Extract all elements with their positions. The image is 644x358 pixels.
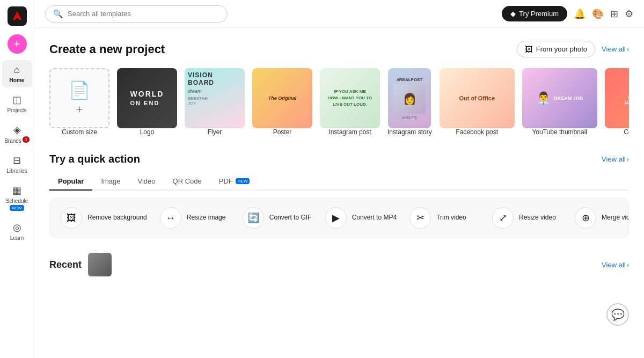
qa-trim-video-label: Trim video <box>436 214 466 222</box>
main-area: 🔍 ◆ Try Premium 🔔 🎨 ⊞ ⚙ Create a new pro… <box>34 0 644 358</box>
chat-bubble-button[interactable]: 💬 <box>606 303 629 326</box>
tab-popular[interactable]: Popular <box>49 173 92 191</box>
sidebar-item-projects-label: Projects <box>7 107 26 113</box>
tab-pdf[interactable]: PDF NEW <box>210 173 259 191</box>
quick-action-header: Try a quick action View all › <box>49 153 629 165</box>
search-input[interactable] <box>68 10 219 18</box>
sidebar-item-brands[interactable]: ◈ Brands0 <box>2 120 32 148</box>
qa-convert-mp4[interactable]: ▶ Convert to MP4 <box>325 207 397 229</box>
from-photo-button[interactable]: 🖼 From your photo <box>517 41 595 57</box>
qa-merge-videos-label: Merge videos <box>602 214 629 222</box>
topbar: 🔍 ◆ Try Premium 🔔 🎨 ⊞ ⚙ <box>34 0 644 28</box>
pdf-new-badge: NEW <box>236 178 250 184</box>
template-label-facebook-post: Facebook post <box>456 128 498 136</box>
premium-icon: ◆ <box>510 10 516 18</box>
sidebar-item-projects[interactable]: ◫ Projects <box>2 90 32 118</box>
search-icon: 🔍 <box>53 9 63 19</box>
template-card-facebook-post[interactable]: Out of Office Facebook post <box>440 68 515 136</box>
template-card-youtube[interactable]: 👨‍💼 DREAM JOB YouTube thumbnail <box>522 68 597 136</box>
tab-qr-code[interactable]: QR Code <box>164 173 210 191</box>
qa-convert-gif-label: Convert to GIF <box>269 214 312 222</box>
instagram-post-thumbnail: IF YOU ASK MEHOW I WANT YOU TOLIVE OUT L… <box>320 68 380 128</box>
notifications-icon[interactable]: 🔔 <box>574 8 586 20</box>
template-card-custom-size[interactable]: 📄 + Custom size <box>49 68 109 136</box>
photo-icon: 🖼 <box>525 45 533 54</box>
convert-gif-icon: 🔄 <box>243 207 264 229</box>
settings-icon[interactable]: ⚙ <box>625 8 633 20</box>
template-card-collage[interactable]: LIGHTACADEMIA › Collage <box>605 68 629 136</box>
qa-remove-bg-label: Remove background <box>87 214 147 222</box>
qa-resize-image[interactable]: ↔ Resize image <box>160 207 230 229</box>
template-card-poster[interactable]: The Original Poster <box>252 68 312 136</box>
plus-icon: + <box>76 103 83 116</box>
tab-image[interactable]: Image <box>92 173 129 191</box>
quick-action-list: 🖼 Remove background ↔ Resize image 🔄 Con… <box>49 198 629 238</box>
template-card-instagram-post[interactable]: IF YOU ASK MEHOW I WANT YOU TOLIVE OUT L… <box>320 68 380 136</box>
search-bar[interactable]: 🔍 <box>45 5 228 23</box>
document-add-icon: 📄 <box>69 80 90 100</box>
chat-icon: 💬 <box>611 308 625 321</box>
content-area: Create a new project 🖼 From your photo V… <box>34 28 644 358</box>
sidebar-item-learn[interactable]: ◎ Learn <box>2 217 32 245</box>
instagram-story-thumbnail: #REALPOST 👩 #SELFIE <box>388 68 431 128</box>
grid-icon[interactable]: ⊞ <box>610 8 618 20</box>
schedule-icon: ▦ <box>12 185 21 196</box>
create-view-all-link[interactable]: View all › <box>602 45 629 53</box>
template-card-instagram-story[interactable]: #REALPOST 👩 #SELFIE Instagram story <box>387 68 432 136</box>
custom-size-thumbnail: 📄 + <box>49 68 109 128</box>
chevron-right-icon: › <box>627 155 629 163</box>
chevron-right-icon: › <box>627 261 629 269</box>
qa-convert-gif[interactable]: 🔄 Convert to GIF <box>243 207 312 229</box>
template-card-logo[interactable]: WORLDON END Logo <box>117 68 177 136</box>
add-button[interactable]: + <box>8 34 27 54</box>
qa-remove-background[interactable]: 🖼 Remove background <box>61 207 147 229</box>
projects-icon: ◫ <box>12 94 21 106</box>
sidebar-item-brands-label: Brands0 <box>4 137 30 144</box>
sidebar-item-home[interactable]: ⌂ Home <box>2 60 32 87</box>
brands-icon: ◈ <box>13 124 21 136</box>
convert-mp4-icon: ▶ <box>325 207 347 229</box>
try-premium-label: Try Premium <box>519 10 559 18</box>
qa-convert-mp4-label: Convert to MP4 <box>352 214 397 222</box>
template-card-flyer[interactable]: VISIONBOARD dream BREATHEJOY Flyer <box>185 68 245 136</box>
template-label-flyer: Flyer <box>208 128 222 136</box>
sidebar-item-schedule[interactable]: ▦ ScheduleNEW <box>2 180 32 215</box>
tab-video[interactable]: Video <box>129 173 164 191</box>
template-grid: 📄 + Custom size WORLDON END Logo VISIONB… <box>49 68 629 136</box>
template-label-poster: Poster <box>273 128 292 136</box>
sidebar-item-libraries-label: Libraries <box>6 168 27 174</box>
create-section-title: Create a new project <box>49 42 165 56</box>
quick-action-tabs: Popular Image Video QR Code PDF NEW <box>49 173 629 191</box>
template-label-youtube: YouTube thumbnail <box>532 128 587 136</box>
resize-video-icon: ⤢ <box>492 207 514 229</box>
remove-bg-icon: 🖼 <box>61 207 82 229</box>
create-section-header: Create a new project 🖼 From your photo V… <box>49 41 629 57</box>
qa-resize-image-label: Resize image <box>187 214 226 222</box>
palette-icon[interactable]: 🎨 <box>592 8 604 20</box>
quick-action-title: Try a quick action <box>49 153 140 165</box>
collage-thumbnail: LIGHTACADEMIA <box>605 68 629 128</box>
sidebar-item-learn-label: Learn <box>10 235 24 241</box>
sidebar: + ⌂ Home ◫ Projects ◈ Brands0 ⊟ Librarie… <box>0 0 34 358</box>
qa-resize-video[interactable]: ⤢ Resize video <box>492 207 562 229</box>
recent-view-all-link[interactable]: View all › <box>602 261 629 269</box>
try-premium-button[interactable]: ◆ Try Premium <box>502 6 567 21</box>
recent-section: Recent View all › <box>49 249 629 276</box>
youtube-thumbnail: 👨‍💼 DREAM JOB <box>522 68 597 128</box>
qa-trim-video[interactable]: ✂ Trim video <box>409 207 479 229</box>
flyer-thumbnail: VISIONBOARD dream BREATHEJOY <box>185 68 245 128</box>
sidebar-item-libraries[interactable]: ⊟ Libraries <box>2 150 32 178</box>
recent-left: Recent <box>49 253 112 276</box>
app-logo <box>8 6 27 26</box>
merge-videos-icon: ⊕ <box>575 207 596 229</box>
learn-icon: ◎ <box>13 222 21 233</box>
qa-merge-videos[interactable]: ⊕ Merge videos <box>575 207 629 229</box>
recent-thumbnail[interactable] <box>88 253 112 276</box>
template-label-collage: Collage <box>624 128 629 136</box>
resize-image-icon: ↔ <box>160 207 181 229</box>
home-icon: ⌂ <box>14 64 20 76</box>
chevron-right-icon: › <box>627 45 629 53</box>
qa-view-all-link[interactable]: View all › <box>602 155 629 163</box>
template-label-custom-size: Custom size <box>62 128 97 136</box>
recent-title: Recent <box>49 259 82 271</box>
